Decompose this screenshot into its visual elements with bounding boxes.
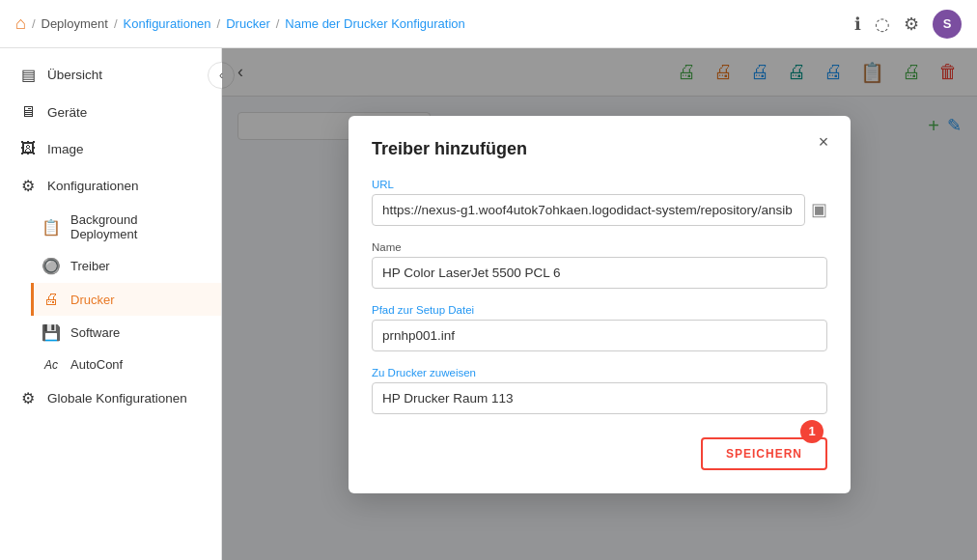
sidebar-item-background-deployment[interactable]: 📋 Background Deployment	[31, 205, 221, 249]
sidebar-item-software[interactable]: 💾 Software	[31, 316, 221, 350]
setup-input[interactable]	[372, 320, 827, 351]
sidebar-label-autoconf: AutoConf	[70, 357, 123, 372]
breadcrumb-konfigurationen[interactable]: Konfigurationen	[124, 16, 211, 31]
dialog-close-button[interactable]: ×	[812, 131, 835, 154]
file-browse-icon[interactable]: ▣	[811, 199, 827, 220]
konfigurationen-icon: ⚙	[18, 177, 38, 195]
autoconf-icon: Ac	[42, 358, 61, 372]
name-input[interactable]	[372, 257, 827, 289]
drucker-icon: 🖨	[42, 291, 61, 308]
treiber-icon: 🔘	[42, 257, 61, 275]
dialog: Treiber hinzufügen × URL ▣ Name	[349, 116, 851, 493]
globale-icon: ⚙	[18, 389, 38, 407]
breadcrumb-deployment: Deployment	[42, 16, 108, 31]
sidebar-item-ubersicht[interactable]: ▤ Übersicht	[0, 56, 221, 94]
breadcrumb-drucker-konfiguration[interactable]: Name der Drucker Konfiguration	[285, 16, 464, 31]
url-input-wrapper: ▣	[372, 194, 827, 226]
topbar-icons: ℹ ◌ ⚙ S	[854, 10, 962, 39]
sidebar-label-software: Software	[70, 325, 120, 340]
home-icon[interactable]: ⌂	[15, 14, 26, 34]
sidebar-label-drucker: Drucker	[70, 293, 115, 307]
sidebar-sub: 📋 Background Deployment 🔘 Treiber 🖨 Druc…	[0, 205, 221, 379]
sidebar-item-globale-konfigurationen[interactable]: ⚙ Globale Konfigurationen	[0, 379, 221, 417]
printer-assign-label: Zu Drucker zuweisen	[372, 367, 827, 378]
gerate-icon: 🖥	[18, 103, 38, 121]
printer-assign-input[interactable]	[372, 382, 827, 414]
sidebar: ‹ ▤ Übersicht 🖥 Geräte 🖼 Image ⚙ Konfigu…	[0, 48, 222, 560]
sidebar-label-bg-deploy: Background Deployment	[70, 212, 206, 241]
layout: ‹ ▤ Übersicht 🖥 Geräte 🖼 Image ⚙ Konfigu…	[0, 48, 977, 560]
sidebar-item-image[interactable]: 🖼 Image	[0, 130, 221, 167]
name-form-group: Name	[372, 241, 827, 289]
software-icon: 💾	[42, 323, 61, 342]
sidebar-label-ubersicht: Übersicht	[47, 68, 102, 82]
image-icon: 🖼	[18, 140, 38, 157]
sidebar-item-drucker[interactable]: 🖨 Drucker	[31, 283, 221, 316]
url-input[interactable]	[372, 194, 805, 226]
sidebar-label-gerate: Geräte	[47, 105, 87, 120]
loading-icon: ◌	[875, 14, 890, 35]
step-badge: 1	[800, 420, 823, 443]
dialog-title: Treiber hinzufügen	[372, 139, 827, 159]
breadcrumb-drucker[interactable]: Drucker	[226, 16, 270, 31]
ubersicht-icon: ▤	[18, 66, 38, 84]
info-icon[interactable]: ℹ	[854, 14, 861, 35]
dialog-footer: 1 SPEICHERN	[372, 437, 827, 470]
sidebar-label-globale: Globale Konfigurationen	[47, 391, 187, 406]
sidebar-item-konfigurationen[interactable]: ⚙ Konfigurationen	[0, 167, 221, 205]
setup-label: Pfad zur Setup Datei	[372, 304, 827, 316]
sidebar-item-autoconf[interactable]: Ac AutoConf	[31, 350, 221, 379]
url-form-group: URL ▣	[372, 179, 827, 226]
name-label: Name	[372, 241, 827, 253]
sidebar-item-gerate[interactable]: 🖥 Geräte	[0, 94, 221, 130]
bg-deploy-icon: 📋	[42, 218, 61, 237]
topbar: ⌂ / Deployment / Konfigurationen / Druck…	[0, 0, 977, 48]
modal-overlay: Treiber hinzufügen × URL ▣ Name	[222, 48, 977, 560]
main-content: ‹ 🖨 🖨 🖨 🖨 🖨 📋 🖨 🗑 Drucker Konfigurations…	[222, 48, 977, 560]
setup-form-group: Pfad zur Setup Datei	[372, 304, 827, 351]
sidebar-label-konfigurationen: Konfigurationen	[47, 179, 139, 193]
settings-icon[interactable]: ⚙	[904, 14, 919, 35]
sidebar-item-treiber[interactable]: 🔘 Treiber	[31, 249, 221, 283]
url-label: URL	[372, 179, 827, 190]
printer-assign-form-group: Zu Drucker zuweisen	[372, 367, 827, 414]
avatar[interactable]: S	[933, 10, 962, 39]
breadcrumb: ⌂ / Deployment / Konfigurationen / Druck…	[15, 14, 849, 34]
sidebar-label-image: Image	[47, 142, 84, 156]
sidebar-label-treiber: Treiber	[70, 259, 110, 273]
